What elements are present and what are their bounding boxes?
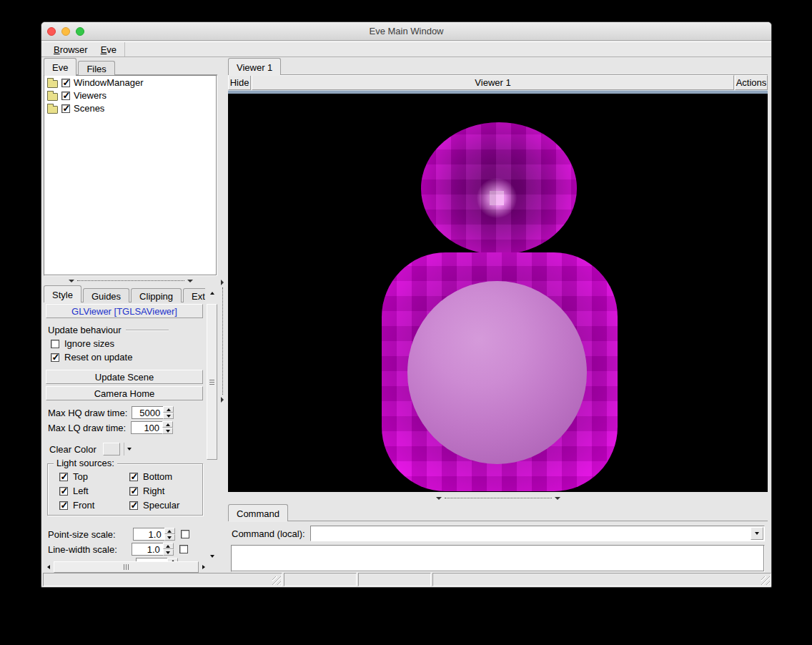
actions-button[interactable]: Actions — [735, 75, 768, 90]
spin-down-button[interactable] — [162, 428, 173, 434]
light-front-row[interactable]: Front — [59, 500, 129, 511]
light-left-checkbox[interactable] — [59, 487, 68, 496]
spinner-value[interactable]: 1.0 — [133, 528, 164, 541]
spinner-value[interactable]: 1.0 — [132, 543, 163, 556]
tab-viewer1[interactable]: Viewer 1 — [228, 58, 281, 75]
splitter-dots — [77, 280, 184, 281]
update-scene-button[interactable]: Update Scene — [46, 370, 203, 384]
light-top-row[interactable]: Top — [59, 471, 129, 482]
light-top-checkbox[interactable] — [59, 473, 68, 481]
gl-editor-panel: Style Guides Clipping Extras GLViewer [T… — [44, 285, 217, 574]
command-row: Command (local): — [232, 526, 765, 541]
menu-eve[interactable]: Eve — [94, 43, 123, 56]
reset-on-update-row[interactable]: Reset on update — [51, 352, 205, 363]
vertical-splitter[interactable] — [217, 58, 227, 574]
viewer-title-bar[interactable]: Viewer 1 — [252, 75, 734, 90]
specular-highlight — [477, 178, 517, 218]
point-size-checkbox[interactable] — [181, 530, 189, 538]
spin-up-button[interactable] — [164, 528, 175, 534]
splitter-arrow-icon — [69, 280, 74, 282]
tree-item-scenes[interactable]: Scenes — [44, 102, 217, 114]
spin-down-button[interactable] — [164, 534, 175, 541]
splitter-arrow-icon — [221, 397, 224, 403]
sphere-head — [421, 122, 577, 255]
chevron-down-icon — [127, 448, 132, 450]
tab-clipping[interactable]: Clipping — [131, 288, 182, 302]
command-output[interactable] — [231, 545, 765, 572]
clear-color-swatch[interactable] — [103, 443, 120, 456]
tree-item-windowmanager[interactable]: WindowManager — [44, 76, 217, 89]
tab-style[interactable]: Style — [44, 285, 81, 302]
max-lq-spinner[interactable]: 100 — [131, 421, 173, 434]
spin-up-button[interactable] — [163, 543, 174, 549]
point-size-spinner[interactable]: 1.0 — [133, 528, 175, 541]
light-left-row[interactable]: Left — [59, 486, 129, 496]
hide-button[interactable]: Hide — [228, 75, 251, 90]
light-right-row[interactable]: Right — [129, 486, 199, 496]
clear-color-dropdown[interactable] — [124, 443, 134, 456]
tab-files[interactable]: Files — [78, 61, 114, 75]
splitter-dots — [222, 287, 223, 395]
viewer-command-splitter[interactable] — [228, 492, 768, 504]
reset-on-update-checkbox[interactable] — [51, 353, 59, 362]
menu-browser[interactable]: Browser — [47, 43, 94, 56]
splitter-arrow-icon — [221, 280, 224, 285]
specular-highlight-core — [490, 191, 504, 205]
line-width-spinner[interactable]: 1.0 — [132, 543, 174, 556]
gl-viewport[interactable] — [228, 94, 768, 492]
checkbox[interactable] — [61, 79, 70, 87]
spinner-value[interactable]: 100 — [131, 421, 162, 434]
light-front-checkbox[interactable] — [59, 501, 68, 510]
light-sources-group: Light sources: Top Bottom Left — [47, 463, 203, 516]
scroll-down-button[interactable] — [207, 551, 217, 561]
tree-item-viewers[interactable]: Viewers — [44, 89, 217, 102]
command-label: Command (local): — [232, 528, 305, 539]
eve-tree: WindowManager Viewers Scenes — [44, 75, 217, 276]
max-hq-spinner[interactable]: 5000 — [132, 406, 174, 419]
splitter-arrow-icon — [555, 497, 560, 500]
spin-down-button[interactable] — [163, 549, 174, 556]
resize-grip-icon[interactable] — [272, 576, 281, 585]
line-width-checkbox[interactable] — [179, 545, 188, 553]
clear-color-row: Clear Color — [49, 441, 205, 457]
light-specular-row[interactable]: Specular — [129, 500, 199, 511]
spin-down-button[interactable] — [163, 413, 174, 419]
horizontal-splitter[interactable] — [44, 276, 217, 285]
light-bottom-row[interactable]: Bottom — [129, 471, 199, 482]
etched-line — [126, 330, 169, 331]
line-width-label: Line-width scale: — [48, 544, 117, 555]
splitter-arrow-icon — [436, 497, 442, 500]
editor-horizontal-scrollbar[interactable] — [44, 561, 209, 573]
scroll-right-button[interactable] — [199, 561, 209, 573]
update-behaviour-heading: Update behaviour — [48, 325, 202, 335]
command-combobox[interactable] — [310, 526, 765, 541]
scrollbar-thumb[interactable] — [54, 561, 199, 573]
light-specular-checkbox[interactable] — [129, 501, 138, 510]
scroll-left-button[interactable] — [44, 561, 54, 573]
spin-up-button[interactable] — [163, 406, 174, 413]
ignore-sizes-checkbox[interactable] — [51, 340, 59, 348]
checkbox[interactable] — [61, 92, 70, 100]
scrollbar-thumb[interactable] — [207, 304, 217, 460]
tab-extras[interactable]: Extras — [183, 288, 205, 302]
tab-guides[interactable]: Guides — [83, 288, 129, 302]
command-tabbar: Command — [228, 504, 768, 521]
glviewer-button[interactable]: GLViewer [TGLSAViewer] — [46, 304, 203, 318]
light-bottom-checkbox[interactable] — [129, 473, 138, 481]
checkbox[interactable] — [61, 104, 70, 113]
command-input[interactable] — [311, 526, 750, 541]
scroll-up-button[interactable] — [207, 288, 217, 298]
resize-grip-icon[interactable] — [761, 576, 770, 585]
left-tabbar: Eve Files — [44, 58, 217, 75]
spin-up-button[interactable] — [162, 421, 173, 428]
editor-vertical-scrollbar[interactable] — [207, 288, 217, 561]
tab-eve[interactable]: Eve — [44, 58, 76, 75]
command-dropdown-button[interactable] — [751, 527, 763, 540]
folder-icon — [47, 80, 58, 88]
ignore-sizes-row[interactable]: Ignore sizes — [51, 338, 205, 349]
spinner-value[interactable]: 5000 — [132, 406, 163, 419]
camera-home-button[interactable]: Camera Home — [46, 386, 203, 400]
tab-command[interactable]: Command — [228, 504, 288, 521]
light-right-checkbox[interactable] — [129, 487, 138, 496]
titlebar[interactable]: Eve Main Window — [41, 22, 771, 41]
